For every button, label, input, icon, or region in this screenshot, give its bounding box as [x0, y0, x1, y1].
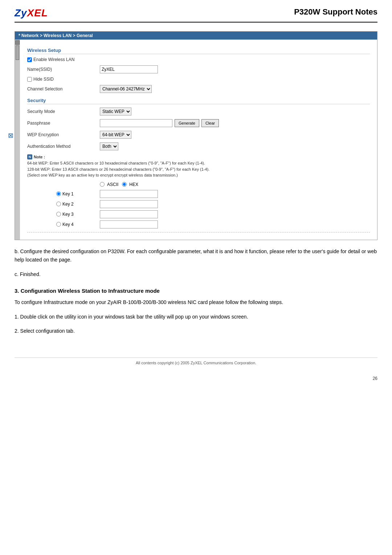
section3-item2: 2. Select configuration tab. — [15, 327, 377, 336]
note-text-3: (Select one WEP key as an active key to … — [27, 172, 370, 178]
enable-wireless-row: Enable Wireless LAN — [27, 57, 370, 62]
clear-button[interactable]: Clear — [201, 119, 219, 127]
enable-wireless-label: Enable Wireless LAN — [33, 57, 74, 62]
hex-option[interactable]: HEX — [122, 182, 138, 187]
ssid-label: Name(SSID) — [27, 67, 100, 72]
logo-xel: XEL — [27, 7, 48, 19]
security-mode-control: Static WEP — [100, 108, 131, 116]
copyright-text: All contents copyright (c) 2005 ZyXEL Co… — [15, 357, 377, 365]
key4-row: Key 4 — [56, 220, 370, 228]
passphrase-control: Generate Clear — [100, 119, 219, 127]
key2-row: Key 2 — [56, 200, 370, 208]
security-mode-label: Security Mode — [27, 109, 100, 114]
ssid-input[interactable] — [100, 65, 158, 73]
ascii-radio[interactable] — [100, 182, 105, 187]
section3-para1: To configure Infrastructure mode on your… — [15, 298, 377, 307]
para-c: c. Finished. — [15, 270, 377, 279]
auth-method-row: Authentication Method Both — [27, 142, 370, 151]
key-section: Key 1 Key 2 Key 3 — [56, 190, 370, 228]
footer: All contents copyright (c) 2005 ZyXEL Co… — [15, 357, 377, 381]
key3-radio[interactable] — [56, 212, 61, 216]
wep-encryption-label: WEP Encryption — [27, 132, 100, 137]
hex-radio[interactable] — [122, 182, 127, 187]
encoding-row: ASCII HEX — [100, 182, 370, 187]
wep-encryption-row: WEP Encryption 64-bit WEP — [27, 130, 370, 139]
key2-input[interactable] — [100, 200, 158, 208]
wireless-panel: * Network > Wireless LAN > General Wirel… — [15, 31, 377, 240]
passphrase-input[interactable] — [100, 119, 172, 127]
note-title: Note : — [34, 155, 45, 159]
channel-row: Channel Selection Channel-06 2427MHz — [27, 85, 370, 93]
auth-method-control: Both — [100, 142, 118, 150]
section3-item1: 1. Double click on the utility icon in y… — [15, 313, 377, 321]
key3-label: Key 3 — [56, 212, 100, 217]
page-number: 26 — [15, 376, 377, 381]
para-b: b. Configure the desired configuration o… — [15, 247, 377, 265]
scrollbar[interactable] — [15, 40, 20, 240]
key3-row: Key 3 — [56, 210, 370, 218]
note-text-2: 128-bit WEP: Enter 13 ASCII characters o… — [27, 166, 370, 173]
wep-encryption-select[interactable]: 64-bit WEP — [100, 131, 131, 139]
panel-content: Wireless Setup Enable Wireless LAN Name(… — [15, 40, 377, 240]
ascii-option[interactable]: ASCII — [100, 182, 118, 187]
security-mode-select[interactable]: Static WEP — [100, 108, 131, 116]
logo: ZyXEL — [15, 7, 48, 19]
passphrase-row: Passphrase Generate Clear — [27, 119, 370, 127]
channel-select[interactable]: Channel-06 2427MHz — [100, 85, 152, 93]
panel-body: Wireless Setup Enable Wireless LAN Name(… — [20, 40, 377, 240]
page-title: P320W Support Notes — [294, 7, 377, 17]
ssid-row: Name(SSID) — [27, 65, 370, 74]
key1-input[interactable] — [100, 190, 158, 198]
hide-ssid-checkbox[interactable] — [27, 77, 32, 82]
key2-radio[interactable] — [56, 202, 61, 206]
wep-encryption-control: 64-bit WEP — [100, 131, 131, 139]
channel-control: Channel-06 2427MHz — [100, 85, 152, 93]
key4-input[interactable] — [100, 220, 158, 228]
scroll-indicator: ⊠ — [8, 131, 13, 139]
note-box: N Note : 64-bit WEP: Enter 5 ASCII chara… — [27, 154, 370, 178]
body-section: b. Configure the desired configuration o… — [15, 247, 377, 336]
hex-label: HEX — [129, 182, 138, 187]
wireless-setup-section-title: Wireless Setup — [27, 48, 370, 54]
key1-label: Key 1 — [56, 191, 100, 197]
panel-bottom-divider — [27, 232, 370, 232]
channel-label: Channel Selection — [27, 86, 100, 92]
section3-heading: 3. Configuration Wireless Station to Inf… — [15, 288, 377, 294]
hide-ssid-row: Hide SSID — [27, 77, 370, 82]
ssid-control — [100, 65, 158, 73]
key4-radio[interactable] — [56, 222, 61, 227]
generate-button[interactable]: Generate — [175, 119, 199, 127]
auth-method-label: Authentication Method — [27, 144, 100, 149]
key2-label: Key 2 — [56, 202, 100, 207]
passphrase-label: Passphrase — [27, 121, 100, 126]
panel-wrapper: ⊠ * Network > Wireless LAN > General Wir… — [15, 31, 377, 240]
note-icon: N — [27, 154, 32, 159]
key1-row: Key 1 — [56, 190, 370, 198]
enable-wireless-checkbox[interactable] — [27, 57, 32, 62]
logo-zy: Zy — [15, 7, 27, 19]
security-section-title: Security — [27, 98, 370, 104]
panel-nav: * Network > Wireless LAN > General — [15, 32, 377, 40]
note-header: N Note : — [27, 154, 370, 159]
security-mode-row: Security Mode Static WEP — [27, 107, 370, 116]
page-header: ZyXEL P320W Support Notes — [15, 7, 377, 23]
key4-label: Key 4 — [56, 222, 100, 227]
ascii-label: ASCII — [107, 182, 118, 187]
note-text-1: 64-bit WEP: Enter 5 ASCII characters or … — [27, 160, 370, 166]
auth-method-select[interactable]: Both — [100, 142, 118, 150]
key1-radio[interactable] — [56, 191, 61, 196]
key3-input[interactable] — [100, 210, 158, 218]
hide-ssid-label: Hide SSID — [33, 77, 54, 82]
